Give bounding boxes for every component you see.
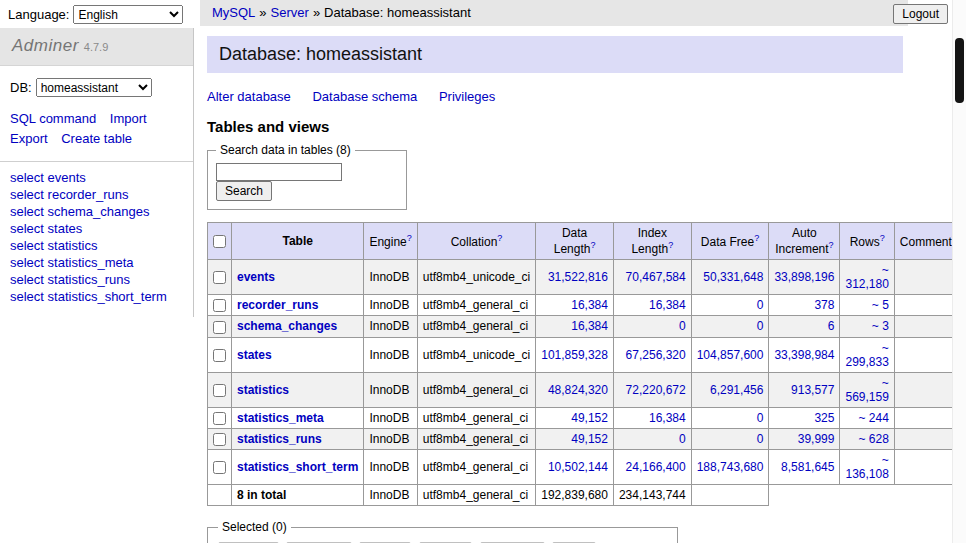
row-checkbox[interactable] [213, 412, 226, 425]
row-checkbox-cell [208, 407, 232, 428]
table-name-link[interactable]: events [237, 270, 275, 284]
rows-count-link[interactable]: ~ 244 [858, 411, 888, 425]
sidebar-link[interactable]: Create table [61, 131, 132, 146]
data-length-link[interactable]: 49,152 [571, 432, 608, 446]
auto-increment-link[interactable]: 6 [828, 319, 835, 333]
db-select[interactable]: homeassistant [36, 78, 152, 97]
rows-count-link[interactable]: ~ 312,180 [845, 263, 888, 291]
help-icon[interactable]: ? [829, 240, 834, 250]
rows-count-link[interactable]: ~ 136,108 [845, 453, 888, 481]
sidebar-table-select-link[interactable]: select schema_changes [10, 204, 149, 219]
table-name-link[interactable]: statistics [237, 383, 289, 397]
table-name-link[interactable]: states [237, 348, 272, 362]
row-checkbox[interactable] [213, 271, 226, 284]
row-checkbox[interactable] [213, 321, 226, 334]
help-icon[interactable]: ? [754, 233, 759, 243]
breadcrumb-link-server[interactable]: Server [271, 5, 309, 20]
collation-cell: utf8mb4_unicode_ci [417, 260, 535, 295]
row-checkbox[interactable] [213, 299, 226, 312]
help-icon[interactable]: ? [880, 233, 885, 243]
data-free-link[interactable]: 188,743,680 [697, 460, 764, 474]
auto-increment-link[interactable]: 33,898,196 [774, 270, 834, 284]
index-length-link[interactable]: 0 [679, 432, 686, 446]
help-icon[interactable]: ? [668, 240, 673, 250]
rows-count-link[interactable]: ~ 569,159 [845, 376, 888, 404]
data-free-link[interactable]: 0 [757, 432, 764, 446]
breadcrumb-link-mysql[interactable]: MySQL [212, 5, 255, 20]
table-name-link[interactable]: recorder_runs [237, 298, 318, 312]
logout-button[interactable]: Logout [893, 4, 948, 24]
data-length-link[interactable]: 101,859,328 [541, 348, 608, 362]
auto-increment-link[interactable]: 378 [814, 298, 834, 312]
data-free-link[interactable]: 50,331,648 [703, 270, 763, 284]
sidebar-table-select-link[interactable]: select statistics_meta [10, 255, 134, 270]
search-legend: Search data in tables (8) [216, 143, 355, 157]
auto-increment-link[interactable]: 33,398,984 [774, 348, 834, 362]
sidebar-table-select-link[interactable]: select states [10, 221, 82, 236]
index-length-link[interactable]: 70,467,584 [626, 270, 686, 284]
sidebar-link[interactable]: SQL command [10, 111, 96, 126]
sidebar-table-select-link[interactable]: select statistics [10, 238, 97, 253]
data-length-link[interactable]: 48,824,320 [548, 383, 608, 397]
auto-increment-cell: 33,898,196 [769, 260, 840, 295]
table-name-link[interactable]: statistics_meta [237, 411, 324, 425]
data-length-cell: 49,152 [536, 407, 614, 428]
table-name-link[interactable]: statistics_runs [237, 432, 322, 446]
auto-increment-link[interactable]: 913,577 [791, 383, 834, 397]
rows-count-link[interactable]: ~ 628 [858, 432, 888, 446]
index-length-link[interactable]: 67,256,320 [626, 348, 686, 362]
rows-count-cell: ~ 244 [840, 407, 894, 428]
index-length-link[interactable]: 0 [679, 319, 686, 333]
database-action-link[interactable]: Alter database [207, 89, 291, 104]
breadcrumb: MySQL»Server»Database: homeassistant [200, 0, 908, 26]
auto-increment-link[interactable]: 8,581,645 [781, 460, 834, 474]
data-free-link[interactable]: 0 [757, 411, 764, 425]
data-length-cell: 49,152 [536, 428, 614, 449]
sidebar-link[interactable]: Import [110, 111, 147, 126]
row-checkbox[interactable] [213, 433, 226, 446]
data-free-link[interactable]: 0 [757, 319, 764, 333]
row-checkbox[interactable] [213, 384, 226, 397]
scrollbar-track[interactable] [952, 0, 966, 543]
data-free-link[interactable]: 0 [757, 298, 764, 312]
help-icon[interactable]: ? [497, 233, 502, 243]
data-free-link[interactable]: 6,291,456 [710, 383, 763, 397]
search-button[interactable]: Search [216, 181, 272, 201]
help-icon[interactable]: ? [590, 240, 595, 250]
data-length-link[interactable]: 16,384 [571, 298, 608, 312]
adminer-logo-link[interactable]: Adminer [12, 36, 79, 55]
index-length-link[interactable]: 72,220,672 [626, 383, 686, 397]
help-icon[interactable]: ? [407, 233, 412, 243]
table-name-link[interactable]: statistics_short_term [237, 460, 358, 474]
sidebar-table-select-link[interactable]: select events [10, 170, 86, 185]
index-length-link[interactable]: 16,384 [649, 298, 686, 312]
engine-cell: InnoDB [364, 428, 417, 449]
index-length-link[interactable]: 24,166,400 [626, 460, 686, 474]
auto-increment-link[interactable]: 39,999 [798, 432, 835, 446]
table-name-link[interactable]: schema_changes [237, 319, 337, 333]
sidebar-link[interactable]: Export [10, 131, 48, 146]
row-checkbox[interactable] [213, 349, 226, 362]
auto-increment-link[interactable]: 325 [814, 411, 834, 425]
rows-count-link[interactable]: ~ 3 [872, 319, 889, 333]
rows-count-link[interactable]: ~ 5 [872, 298, 889, 312]
data-length-link[interactable]: 49,152 [571, 411, 608, 425]
index-length-link[interactable]: 16,384 [649, 411, 686, 425]
language-select[interactable]: English [73, 5, 183, 24]
sidebar-table-select-link[interactable]: select statistics_short_term [10, 289, 167, 304]
sidebar-table-select-link[interactable]: select recorder_runs [10, 187, 129, 202]
scrollbar-thumb[interactable] [955, 38, 964, 103]
data-length-link[interactable]: 10,502,144 [548, 460, 608, 474]
row-checkbox-cell [208, 337, 232, 372]
search-input[interactable] [216, 163, 342, 181]
rows-count-link[interactable]: ~ 299,833 [845, 341, 888, 369]
data-length-link[interactable]: 31,522,816 [548, 270, 608, 284]
breadcrumb-separator: » [313, 5, 320, 20]
database-action-link[interactable]: Database schema [312, 89, 417, 104]
select-all-checkbox[interactable] [213, 235, 226, 248]
data-free-link[interactable]: 104,857,600 [697, 348, 764, 362]
database-action-link[interactable]: Privileges [439, 89, 495, 104]
sidebar-table-select-link[interactable]: select statistics_runs [10, 272, 130, 287]
data-length-link[interactable]: 16,384 [571, 319, 608, 333]
row-checkbox[interactable] [213, 461, 226, 474]
